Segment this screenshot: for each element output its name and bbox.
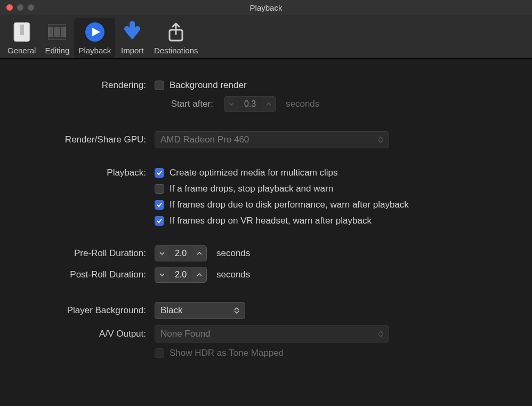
optimized-multicam-label: Create optimized media for multicam clip…: [170, 168, 338, 178]
start-after-label: Start after:: [155, 99, 219, 109]
disk-warn-label: If frames drop due to disk performance, …: [170, 200, 409, 210]
pre-roll-stepper[interactable]: 2.0: [155, 245, 207, 261]
tab-label: Editing: [45, 46, 69, 55]
stepper-increment[interactable]: [192, 267, 206, 282]
av-output-select: None Found: [155, 325, 389, 343]
tab-label: General: [7, 46, 36, 55]
tab-import[interactable]: Import: [115, 18, 149, 58]
optimized-multicam-checkbox[interactable]: [155, 168, 164, 178]
gpu-value: AMD Radeon Pro 460: [160, 134, 373, 145]
titlebar[interactable]: Playback: [0, 0, 532, 15]
tab-general[interactable]: General: [3, 18, 40, 58]
frame-drop-stop-label: If a frame drops, stop playback and warn: [170, 184, 333, 194]
post-roll-stepper[interactable]: 2.0: [155, 267, 207, 283]
updown-icon: [378, 331, 383, 337]
gpu-select: AMD Radeon Pro 460: [155, 131, 389, 148]
play-icon: [83, 20, 107, 44]
svg-rect-3: [49, 25, 66, 27]
preferences-toolbar: General Editing Playback Import Destinat…: [0, 15, 532, 59]
svg-rect-1: [20, 25, 24, 35]
stepper-decrement: [224, 97, 238, 112]
tab-editing[interactable]: Editing: [40, 18, 74, 58]
start-after-stepper: 0.3: [224, 96, 276, 112]
gpu-label: Render/Share GPU:: [16, 134, 155, 145]
minimize-button[interactable]: [17, 4, 23, 11]
vr-warn-checkbox[interactable]: [155, 216, 164, 226]
updown-icon: [378, 137, 383, 143]
stepper-decrement[interactable]: [155, 246, 169, 261]
post-roll-label: Post-Roll Duration:: [16, 269, 155, 280]
tab-destinations[interactable]: Destinations: [149, 18, 203, 58]
background-render-label: Background render: [170, 80, 247, 91]
stepper-decrement[interactable]: [155, 267, 169, 282]
av-output-value: None Found: [160, 329, 373, 339]
player-bg-label: Player Background:: [16, 305, 155, 316]
switch-icon: [10, 20, 34, 44]
svg-rect-4: [49, 37, 66, 39]
post-roll-value: 2.0: [169, 270, 192, 280]
share-icon: [164, 20, 188, 44]
stepper-increment[interactable]: [192, 246, 206, 261]
av-output-label: A/V Output:: [16, 329, 155, 339]
maximize-button[interactable]: [28, 4, 34, 11]
download-arrow-icon: [120, 20, 144, 44]
tab-label: Playback: [78, 46, 111, 55]
preferences-content: Rendering: Background render Start after…: [0, 59, 532, 359]
pre-roll-value: 2.0: [169, 249, 192, 258]
hdr-tone-checkbox: [155, 348, 164, 358]
tab-label: Import: [121, 46, 144, 55]
traffic-lights: [0, 4, 34, 11]
player-bg-value: Black: [160, 305, 229, 316]
svg-marker-9: [126, 32, 139, 39]
seconds-suffix: seconds: [286, 99, 319, 109]
hdr-tone-label: Show HDR as Tone Mapped: [170, 348, 284, 359]
playback-label: Playback:: [16, 168, 155, 178]
updown-icon: [234, 307, 239, 314]
frame-drop-stop-checkbox[interactable]: [155, 184, 164, 194]
tab-label: Destinations: [154, 46, 198, 55]
disk-warn-checkbox[interactable]: [155, 200, 164, 210]
close-button[interactable]: [6, 4, 13, 11]
seconds-suffix: seconds: [216, 269, 250, 280]
player-bg-select[interactable]: Black: [155, 302, 245, 319]
background-render-checkbox[interactable]: [155, 81, 164, 90]
start-after-value: 0.3: [238, 99, 262, 109]
rendering-label: Rendering:: [16, 80, 155, 91]
tab-playback[interactable]: Playback: [74, 18, 115, 58]
window-title: Playback: [0, 3, 532, 12]
seconds-suffix: seconds: [216, 248, 250, 259]
vr-warn-label: If frames drop on VR headset, warn after…: [170, 216, 372, 226]
filmstrip-icon: [45, 20, 69, 44]
stepper-increment: [262, 97, 276, 112]
pre-roll-label: Pre-Roll Duration:: [16, 248, 155, 259]
